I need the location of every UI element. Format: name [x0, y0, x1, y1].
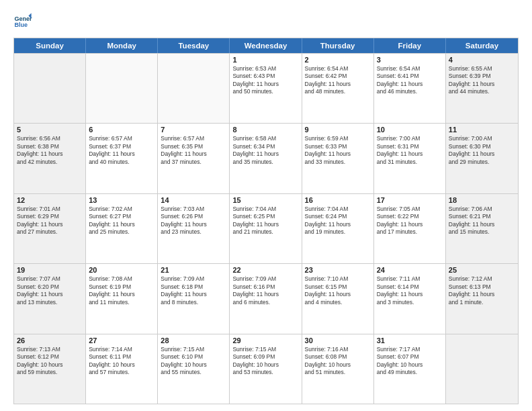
day-info: Sunrise: 6:59 AM Sunset: 6:33 PM Dayligh…	[305, 135, 371, 166]
day-info: Sunrise: 7:09 AM Sunset: 6:18 PM Dayligh…	[161, 275, 226, 306]
day-info: Sunrise: 6:54 AM Sunset: 6:41 PM Dayligh…	[377, 65, 443, 96]
day-info: Sunrise: 7:15 AM Sunset: 6:10 PM Dayligh…	[161, 346, 226, 377]
calendar-cell-21: 21Sunrise: 7:09 AM Sunset: 6:18 PM Dayli…	[158, 264, 230, 333]
calendar-cell-4: 4Sunrise: 6:55 AM Sunset: 6:39 PM Daylig…	[446, 54, 518, 123]
day-info: Sunrise: 7:14 AM Sunset: 6:11 PM Dayligh…	[89, 346, 154, 377]
day-info: Sunrise: 7:07 AM Sunset: 6:20 PM Dayligh…	[17, 275, 83, 306]
day-number: 17	[377, 196, 443, 204]
calendar-cell-1: 1Sunrise: 6:53 AM Sunset: 6:43 PM Daylig…	[230, 54, 302, 123]
day-number: 16	[305, 196, 371, 204]
calendar-cell-10: 10Sunrise: 7:00 AM Sunset: 6:31 PM Dayli…	[374, 124, 446, 193]
calendar-cell-24: 24Sunrise: 7:11 AM Sunset: 6:14 PM Dayli…	[374, 264, 446, 333]
calendar-row-0: 1Sunrise: 6:53 AM Sunset: 6:43 PM Daylig…	[14, 53, 518, 123]
calendar-cell-26: 26Sunrise: 7:13 AM Sunset: 6:12 PM Dayli…	[14, 334, 86, 404]
day-info: Sunrise: 7:02 AM Sunset: 6:27 PM Dayligh…	[89, 205, 154, 236]
day-info: Sunrise: 7:04 AM Sunset: 6:25 PM Dayligh…	[232, 205, 298, 236]
day-info: Sunrise: 7:12 AM Sunset: 6:13 PM Dayligh…	[449, 275, 515, 306]
calendar-cell-17: 17Sunrise: 7:05 AM Sunset: 6:22 PM Dayli…	[374, 194, 446, 263]
day-info: Sunrise: 7:06 AM Sunset: 6:21 PM Dayligh…	[449, 205, 515, 236]
day-info: Sunrise: 7:03 AM Sunset: 6:26 PM Dayligh…	[161, 205, 226, 236]
day-number: 19	[17, 266, 83, 274]
day-info: Sunrise: 7:00 AM Sunset: 6:30 PM Dayligh…	[449, 135, 515, 166]
day-number: 11	[449, 126, 515, 134]
day-info: Sunrise: 7:17 AM Sunset: 6:07 PM Dayligh…	[377, 346, 443, 377]
day-info: Sunrise: 6:57 AM Sunset: 6:37 PM Dayligh…	[89, 135, 154, 166]
calendar-cell-9: 9Sunrise: 6:59 AM Sunset: 6:33 PM Daylig…	[302, 124, 374, 193]
day-info: Sunrise: 7:13 AM Sunset: 6:12 PM Dayligh…	[17, 346, 83, 377]
day-number: 31	[377, 336, 443, 345]
day-info: Sunrise: 7:16 AM Sunset: 6:08 PM Dayligh…	[305, 346, 371, 377]
day-info: Sunrise: 6:55 AM Sunset: 6:39 PM Dayligh…	[449, 65, 515, 96]
calendar-cell-25: 25Sunrise: 7:12 AM Sunset: 6:13 PM Dayli…	[446, 264, 518, 333]
calendar-cell-20: 20Sunrise: 7:08 AM Sunset: 6:19 PM Dayli…	[86, 264, 158, 333]
day-number: 10	[377, 126, 443, 134]
day-number: 30	[305, 336, 371, 345]
day-number: 21	[161, 266, 226, 274]
calendar-cell-15: 15Sunrise: 7:04 AM Sunset: 6:25 PM Dayli…	[230, 194, 302, 263]
day-number: 13	[89, 196, 154, 204]
logo-icon: General Blue	[13, 12, 32, 31]
calendar-header-row: SundayMondayTuesdayWednesdayThursdayFrid…	[14, 38, 518, 53]
page: General Blue SundayMondayTuesdayWednesda…	[0, 0, 532, 411]
day-info: Sunrise: 6:56 AM Sunset: 6:38 PM Dayligh…	[17, 135, 83, 166]
svg-text:Blue: Blue	[14, 21, 28, 28]
calendar-cell-29: 29Sunrise: 7:15 AM Sunset: 6:09 PM Dayli…	[230, 334, 302, 404]
day-number: 20	[89, 266, 154, 274]
calendar-cell-2: 2Sunrise: 6:54 AM Sunset: 6:42 PM Daylig…	[302, 54, 374, 123]
calendar-cell-6: 6Sunrise: 6:57 AM Sunset: 6:37 PM Daylig…	[86, 124, 158, 193]
calendar-row-3: 19Sunrise: 7:07 AM Sunset: 6:20 PM Dayli…	[14, 263, 518, 333]
day-number: 24	[377, 266, 443, 274]
calendar-cell-18: 18Sunrise: 7:06 AM Sunset: 6:21 PM Dayli…	[446, 194, 518, 263]
calendar-row-1: 5Sunrise: 6:56 AM Sunset: 6:38 PM Daylig…	[14, 123, 518, 193]
day-number: 1	[232, 56, 298, 64]
calendar-cell-23: 23Sunrise: 7:10 AM Sunset: 6:15 PM Dayli…	[302, 264, 374, 333]
calendar-cell-19: 19Sunrise: 7:07 AM Sunset: 6:20 PM Dayli…	[14, 264, 86, 333]
calendar-row-2: 12Sunrise: 7:01 AM Sunset: 6:29 PM Dayli…	[14, 193, 518, 263]
day-number: 12	[17, 196, 83, 204]
day-number: 15	[232, 196, 298, 204]
day-info: Sunrise: 6:53 AM Sunset: 6:43 PM Dayligh…	[232, 65, 298, 96]
calendar-cell-8: 8Sunrise: 6:58 AM Sunset: 6:34 PM Daylig…	[230, 124, 302, 193]
day-info: Sunrise: 7:05 AM Sunset: 6:22 PM Dayligh…	[377, 205, 443, 236]
day-number: 25	[449, 266, 515, 274]
day-number: 7	[161, 126, 226, 134]
day-info: Sunrise: 6:54 AM Sunset: 6:42 PM Dayligh…	[305, 65, 371, 96]
day-info: Sunrise: 6:58 AM Sunset: 6:34 PM Dayligh…	[232, 135, 298, 166]
day-info: Sunrise: 7:09 AM Sunset: 6:16 PM Dayligh…	[232, 275, 298, 306]
calendar-cell-empty-0-2	[158, 54, 230, 123]
calendar-cell-3: 3Sunrise: 6:54 AM Sunset: 6:41 PM Daylig…	[374, 54, 446, 123]
day-number: 27	[89, 336, 154, 345]
calendar-cell-31: 31Sunrise: 7:17 AM Sunset: 6:07 PM Dayli…	[374, 334, 446, 404]
calendar-cell-30: 30Sunrise: 7:16 AM Sunset: 6:08 PM Dayli…	[302, 334, 374, 404]
day-number: 29	[232, 336, 298, 345]
calendar-row-4: 26Sunrise: 7:13 AM Sunset: 6:12 PM Dayli…	[14, 334, 518, 404]
calendar-cell-empty-0-1	[86, 54, 158, 123]
day-info: Sunrise: 7:01 AM Sunset: 6:29 PM Dayligh…	[17, 205, 83, 236]
day-number: 9	[305, 126, 371, 134]
day-info: Sunrise: 6:57 AM Sunset: 6:35 PM Dayligh…	[161, 135, 226, 166]
day-number: 14	[161, 196, 226, 204]
day-number: 2	[305, 56, 371, 64]
header-day-thursday: Thursday	[302, 38, 374, 53]
calendar-cell-22: 22Sunrise: 7:09 AM Sunset: 6:16 PM Dayli…	[230, 264, 302, 333]
day-number: 23	[305, 266, 371, 274]
calendar-cell-7: 7Sunrise: 6:57 AM Sunset: 6:35 PM Daylig…	[158, 124, 230, 193]
day-number: 3	[377, 56, 443, 64]
day-number: 8	[232, 126, 298, 134]
header-day-sunday: Sunday	[14, 38, 86, 53]
calendar-cell-16: 16Sunrise: 7:04 AM Sunset: 6:24 PM Dayli…	[302, 194, 374, 263]
calendar-cell-27: 27Sunrise: 7:14 AM Sunset: 6:11 PM Dayli…	[86, 334, 158, 404]
calendar-cell-12: 12Sunrise: 7:01 AM Sunset: 6:29 PM Dayli…	[14, 194, 86, 263]
day-number: 4	[449, 56, 515, 64]
day-info: Sunrise: 7:04 AM Sunset: 6:24 PM Dayligh…	[305, 205, 371, 236]
day-info: Sunrise: 7:10 AM Sunset: 6:15 PM Dayligh…	[305, 275, 371, 306]
header-day-friday: Friday	[374, 38, 446, 53]
day-info: Sunrise: 7:15 AM Sunset: 6:09 PM Dayligh…	[232, 346, 298, 377]
calendar: SundayMondayTuesdayWednesdayThursdayFrid…	[13, 38, 519, 404]
calendar-cell-5: 5Sunrise: 6:56 AM Sunset: 6:38 PM Daylig…	[14, 124, 86, 193]
calendar-cell-empty-4-6	[446, 334, 518, 404]
day-number: 22	[232, 266, 298, 274]
calendar-cell-28: 28Sunrise: 7:15 AM Sunset: 6:10 PM Dayli…	[158, 334, 230, 404]
day-number: 6	[89, 126, 154, 134]
calendar-cell-11: 11Sunrise: 7:00 AM Sunset: 6:30 PM Dayli…	[446, 124, 518, 193]
